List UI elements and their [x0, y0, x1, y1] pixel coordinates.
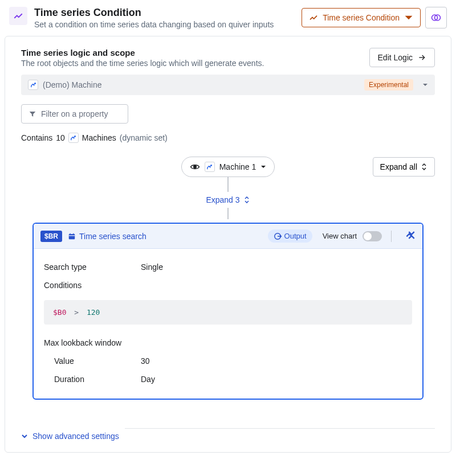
variable-tag: $BR: [40, 231, 62, 242]
timeseries-card: $BR Time series search: [32, 223, 424, 400]
output-icon: [274, 232, 282, 240]
machine-icon: [28, 80, 38, 90]
expand-all-button[interactable]: Expand all: [373, 157, 435, 177]
arrow-right-icon: [417, 53, 426, 62]
machine-icon: [205, 162, 215, 172]
machine-icon: [68, 133, 79, 143]
collapse-button[interactable]: [405, 231, 416, 241]
expand-n-link[interactable]: Expand 3: [206, 195, 250, 204]
output-chip[interactable]: Output: [268, 229, 312, 243]
timeseries-icon: [309, 13, 318, 22]
conditions-label: Conditions: [44, 281, 141, 290]
expand-icon: [243, 196, 250, 203]
edit-logic-label: Edit Logic: [378, 53, 413, 62]
show-advanced-label: Show advanced settings: [32, 432, 119, 441]
type-dropdown[interactable]: Time series Condition: [302, 8, 421, 27]
tree-connector: [227, 208, 229, 219]
view-chart-toggle[interactable]: [363, 231, 382, 241]
divider: [391, 231, 392, 242]
expand-all-label: Expand all: [380, 162, 417, 171]
experimental-badge: Experimental: [364, 79, 413, 91]
timeseries-icon: [9, 7, 27, 25]
logic-section-subtitle: The root objects and the time series log…: [21, 59, 264, 68]
filter-input-wrap[interactable]: [21, 104, 128, 124]
type-dropdown-label: Time series Condition: [323, 13, 400, 22]
condition-expression: $B0 > 120: [44, 300, 412, 325]
value-value: 30: [141, 356, 150, 366]
settings-button[interactable]: [425, 7, 447, 28]
contains-summary: Contains 10 Machines (dynamic set): [21, 133, 435, 143]
search-type-label: Search type: [44, 262, 141, 272]
value-label: Value: [54, 356, 141, 366]
ts-card-title: Time series search: [68, 232, 146, 241]
machine-type-bar[interactable]: (Demo) Machine Experimental: [21, 75, 435, 95]
lookback-label: Max lookback window: [44, 338, 141, 347]
tree-connector: [227, 177, 229, 192]
eye-icon: [190, 162, 200, 172]
view-chart-label: View chart: [323, 232, 357, 240]
divider: [125, 428, 435, 429]
machine-selector-pill[interactable]: Machine 1: [181, 157, 275, 177]
venn-icon: [430, 12, 442, 23]
expand-n-label: Expand 3: [206, 195, 239, 204]
chevron-down-icon: [404, 13, 413, 22]
duration-value: Day: [141, 375, 155, 384]
machine-selector-label: Machine 1: [219, 162, 256, 171]
calendar-icon: [68, 232, 76, 240]
expand-icon: [421, 163, 427, 170]
page-subtitle: Set a condition on time series data chan…: [34, 20, 295, 29]
chevron-down-icon: [422, 80, 428, 89]
duration-label: Duration: [54, 375, 141, 384]
filter-icon: [28, 110, 36, 118]
show-advanced-toggle[interactable]: Show advanced settings: [21, 432, 119, 441]
edit-logic-button[interactable]: Edit Logic: [369, 48, 435, 67]
search-type-value: Single: [141, 262, 163, 272]
chevron-down-icon: [21, 433, 28, 440]
machine-type-name: (Demo) Machine: [43, 80, 360, 89]
logic-section-title: Time series logic and scope: [21, 48, 264, 58]
chevron-down-icon: [260, 164, 266, 170]
filter-input[interactable]: [41, 109, 121, 118]
svg-point-3: [193, 166, 196, 169]
page-title: Time series Condition: [34, 7, 295, 19]
